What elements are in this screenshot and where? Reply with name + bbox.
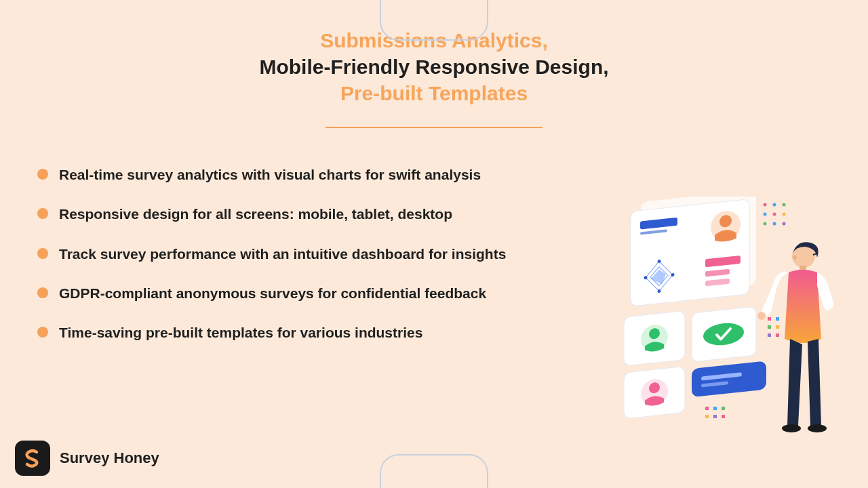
feature-text: Time-saving pre-built templates for vari… xyxy=(59,323,422,342)
svg-rect-45 xyxy=(705,415,709,418)
svg-point-50 xyxy=(793,256,797,260)
svg-rect-44 xyxy=(722,407,725,410)
svg-point-0 xyxy=(764,203,767,207)
bullet-icon xyxy=(37,248,48,259)
svg-point-6 xyxy=(764,222,767,226)
title-line-2: Mobile-Friendly Responsive Design, xyxy=(259,56,608,78)
svg-point-2 xyxy=(783,203,786,207)
svg-point-1 xyxy=(773,203,776,207)
list-item: Time-saving pre-built templates for vari… xyxy=(37,323,532,342)
bullet-icon xyxy=(37,287,48,298)
title-divider xyxy=(326,127,542,128)
svg-rect-47 xyxy=(722,415,725,418)
bullet-icon xyxy=(37,208,48,219)
feature-text: Real-time survey analytics with visual c… xyxy=(59,165,481,184)
svg-point-7 xyxy=(773,222,776,226)
svg-point-4 xyxy=(773,213,776,216)
svg-point-52 xyxy=(757,312,766,320)
bullet-icon xyxy=(37,169,48,180)
svg-point-8 xyxy=(783,222,786,226)
feature-text: Track survey performance with an intuiti… xyxy=(59,245,506,264)
svg-point-54 xyxy=(808,424,827,432)
svg-rect-31 xyxy=(776,317,779,321)
feature-list: Real-time survey analytics with visual c… xyxy=(37,165,532,343)
svg-point-5 xyxy=(783,213,786,216)
brand: Survey Honey xyxy=(15,441,159,476)
dashboard-illustration xyxy=(617,197,858,447)
bullet-icon xyxy=(37,327,48,338)
brand-name: Survey Honey xyxy=(60,449,159,467)
svg-rect-42 xyxy=(705,407,709,410)
decorative-shape-top xyxy=(380,0,488,41)
decorative-shape-bottom xyxy=(380,454,488,488)
list-item: Track survey performance with an intuiti… xyxy=(37,245,532,264)
title-line-3: Pre-built Templates xyxy=(340,82,528,104)
svg-rect-32 xyxy=(768,325,771,329)
svg-rect-34 xyxy=(768,333,771,337)
svg-rect-33 xyxy=(776,325,779,329)
svg-rect-30 xyxy=(768,317,771,321)
list-item: Responsive design for all screens: mobil… xyxy=(37,205,532,224)
svg-rect-43 xyxy=(713,407,717,410)
svg-point-3 xyxy=(764,213,767,216)
svg-point-53 xyxy=(782,424,801,432)
svg-rect-35 xyxy=(776,333,779,337)
brand-logo-icon xyxy=(15,441,50,476)
feature-text: GDPR-compliant anonymous surveys for con… xyxy=(59,284,486,303)
feature-text: Responsive design for all screens: mobil… xyxy=(59,205,452,224)
svg-rect-46 xyxy=(713,415,717,418)
list-item: Real-time survey analytics with visual c… xyxy=(37,165,532,184)
list-item: GDPR-compliant anonymous surveys for con… xyxy=(37,284,532,303)
